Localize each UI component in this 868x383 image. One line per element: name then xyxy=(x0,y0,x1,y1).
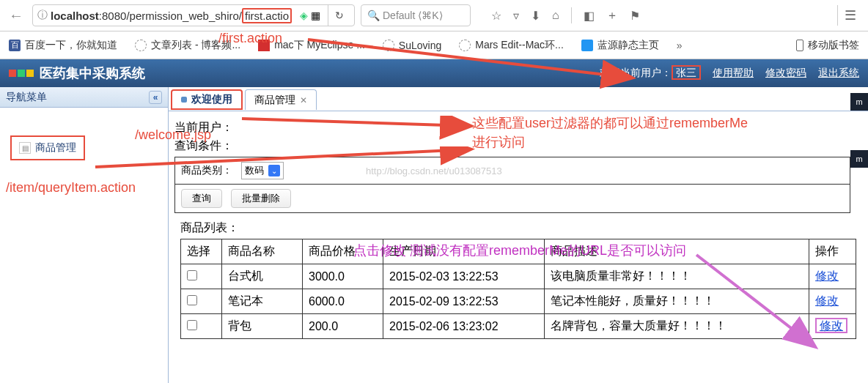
globe-icon xyxy=(383,40,394,51)
bookmark-mobile[interactable]: 移动版书签 xyxy=(796,39,859,52)
edit-link[interactable]: 修改 xyxy=(815,269,839,282)
app-logo-icon xyxy=(9,70,34,77)
table-row: 台式机 3000.0 2015-02-03 13:22:53 该电脑质量非常好！… xyxy=(181,264,856,289)
watermark-text: http://blog.csdn.net/u013087513 xyxy=(366,166,502,176)
row-checkbox[interactable] xyxy=(187,320,197,330)
myeclipse-icon xyxy=(258,40,270,51)
plus-icon[interactable]: ＋ xyxy=(606,8,618,23)
bookmark-baidu[interactable]: 百百度一下，你就知道 xyxy=(9,39,117,52)
app-title: 医药集中采购系统 xyxy=(40,64,145,82)
bookmark-suloving[interactable]: SuLoving xyxy=(383,40,441,51)
site-icon xyxy=(581,40,593,51)
edit-link-boxed[interactable]: 修改 xyxy=(815,318,847,333)
bookmark-blog[interactable]: 文章列表 - 博客频... xyxy=(135,39,240,52)
welcome-text: 欢迎当前用户：张三 xyxy=(600,67,701,80)
crop-icon[interactable]: ◧ xyxy=(584,9,595,23)
edge-widget[interactable]: m xyxy=(850,93,868,111)
sidebar-item-label: 商品管理 xyxy=(35,141,76,155)
sidebar-header: 导航菜单 « xyxy=(0,87,168,108)
bookmarks-more-icon[interactable]: » xyxy=(677,40,683,51)
edit-link[interactable]: 修改 xyxy=(815,294,839,307)
home-icon[interactable]: ⌂ xyxy=(552,9,559,22)
tab-product[interactable]: 商品管理✕ xyxy=(245,89,317,110)
flag-icon[interactable]: ⚑ xyxy=(630,9,640,23)
chevron-down-icon: ⌄ xyxy=(268,165,280,176)
toolbar-icons: ☆ ▿ ⬇ ⌂ ◧ ＋ ⚑ xyxy=(491,7,640,23)
table-header-row: 选择 商品名称 商品价格 生产日期 商品描述 操作 xyxy=(181,239,856,264)
logout-link[interactable]: 退出系统 xyxy=(818,67,859,80)
table-row: 背包 200.0 2015-02-06 13:23:02 名牌背包，容量大质量好… xyxy=(181,314,856,339)
collapse-icon[interactable]: « xyxy=(149,91,162,104)
bookmark-star-icon[interactable]: ☆ xyxy=(491,9,501,23)
tab-bar: 欢迎使用 商品管理✕ xyxy=(169,89,868,111)
row-checkbox[interactable] xyxy=(187,270,197,280)
list-title: 商品列表： xyxy=(180,220,862,236)
url-text: localhost:8080/permission_web_shiro/firs… xyxy=(51,10,292,22)
bookmark-lanyuan[interactable]: 蓝源静态主页 xyxy=(581,39,659,52)
change-password-link[interactable]: 修改密码 xyxy=(765,67,806,80)
url-page-highlight: first.actio xyxy=(242,8,292,23)
tab-welcome[interactable]: 欢迎使用 xyxy=(171,89,243,110)
shield-icon: ◈ xyxy=(300,10,308,21)
mobile-icon xyxy=(796,40,803,51)
category-label: 商品类别： xyxy=(181,164,232,177)
info-icon: ⓘ xyxy=(37,9,48,22)
app-header: 医药集中采购系统 欢迎当前用户：张三 使用帮助 修改密码 退出系统 xyxy=(0,59,868,87)
batch-delete-button[interactable]: 批量删除 xyxy=(231,189,291,208)
query-panel: 商品类别： 数码 ⌄ http://blog.csdn.net/u0130875… xyxy=(174,157,850,213)
divider xyxy=(571,7,572,23)
edge-widget[interactable]: m xyxy=(850,150,868,168)
sidebar: 导航菜单 « ▤ 商品管理 xyxy=(0,87,169,383)
bookmarks-bar: 百百度一下，你就知道 文章列表 - 博客频... mac下 MyEclipse … xyxy=(0,31,868,59)
qr-icon[interactable]: ▦ xyxy=(311,10,320,21)
document-icon: ▤ xyxy=(19,142,31,154)
username-highlight: 张三 xyxy=(672,65,701,80)
globe-icon xyxy=(135,40,147,51)
bookmark-myeclipse[interactable]: mac下 MyEclipse ... xyxy=(258,39,365,52)
product-table: 选择 商品名称 商品价格 生产日期 商品描述 操作 台式机 3000.0 201… xyxy=(180,239,856,339)
row-checkbox[interactable] xyxy=(187,295,197,305)
pocket-icon[interactable]: ▿ xyxy=(513,9,519,23)
search-icon: 🔍 xyxy=(367,10,380,21)
sidebar-title: 导航菜单 xyxy=(6,91,47,104)
bookmark-marsedit[interactable]: Mars Edit--Mac环... xyxy=(459,39,564,52)
query-condition-label: 查询条件： xyxy=(174,138,233,154)
hamburger-icon[interactable]: ☰ xyxy=(837,5,862,26)
category-select[interactable]: 数码 ⌄ xyxy=(241,162,284,179)
search-placeholder: Default ⟨⌘K⟩ xyxy=(383,10,443,21)
browser-url-bar: ← ⓘ localhost:8080/permission_web_shiro/… xyxy=(0,0,868,31)
refresh-icon[interactable]: ↻ xyxy=(328,5,350,26)
close-icon[interactable]: ✕ xyxy=(300,95,307,105)
baidu-icon: 百 xyxy=(9,40,21,51)
download-icon[interactable]: ⬇ xyxy=(531,9,540,23)
search-input[interactable]: 🔍 Default ⟨⌘K⟩ xyxy=(361,4,471,26)
url-input[interactable]: ⓘ localhost:8080/permission_web_shiro/fi… xyxy=(32,4,355,26)
content-area: 欢迎使用 商品管理✕ 当前用户： 查询条件： 商品类别： 数码 ⌄ http:/… xyxy=(169,87,868,383)
current-user-label: 当前用户： xyxy=(174,120,233,135)
table-row: 笔记本 6000.0 2015-02-09 13:22:53 笔记本性能好，质量… xyxy=(181,289,856,314)
globe-icon xyxy=(459,40,471,51)
back-button[interactable]: ← xyxy=(6,5,26,26)
sidebar-item-product[interactable]: ▤ 商品管理 xyxy=(10,135,85,160)
help-link[interactable]: 使用帮助 xyxy=(713,67,754,80)
query-button[interactable]: 查询 xyxy=(181,189,222,208)
